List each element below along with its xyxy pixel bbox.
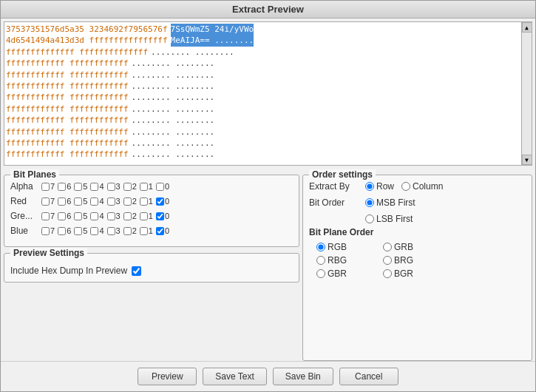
red-bit-3-check[interactable]: [107, 197, 115, 206]
preview-line: ffffffffffff ffffffffffff ........ .....…: [6, 149, 518, 160]
plane-rbg-radio[interactable]: [316, 256, 325, 265]
red-bit-6: 6: [58, 197, 71, 206]
red-bit-1-check[interactable]: [140, 197, 148, 206]
plane-rgb-option: RGB: [316, 242, 376, 252]
plane-bgr-radio[interactable]: [383, 269, 392, 278]
alpha-bit-1-check[interactable]: [140, 183, 148, 191]
extract-by-column-option: Column: [401, 181, 443, 192]
hex-part: 37537351576d5a35 3234692f7956576f: [6, 24, 168, 35]
cancel-button[interactable]: Cancel: [339, 368, 398, 385]
hex-part: ffffffffffff ffffffffffff: [6, 138, 129, 149]
ascii-part: MeAIJA== ........: [171, 35, 254, 46]
green-bit-7-check[interactable]: [41, 212, 50, 220]
bit-order-msb-radio[interactable]: [365, 198, 374, 207]
green-bit-3-check[interactable]: [107, 212, 115, 220]
blue-bit-1: 1: [140, 226, 153, 235]
alpha-bit-4-check[interactable]: [90, 183, 98, 191]
preview-line: ffffffffffffff ffffffffffffff ........ .…: [6, 47, 518, 58]
extract-by-row-label: Row: [376, 181, 394, 192]
alpha-bit-5-check[interactable]: [74, 183, 82, 191]
red-bit-7-check[interactable]: [41, 197, 50, 206]
alpha-bit-3: 3: [107, 182, 121, 191]
red-checkboxes: 7 6 5 4 3 2 1 0: [41, 197, 169, 206]
green-bit-0: 0: [156, 212, 169, 220]
alpha-bit-7-check[interactable]: [41, 183, 50, 191]
bit-order-lsb-group: LSB First: [365, 214, 413, 224]
bit-order-lsb-option: LSB First: [365, 214, 413, 224]
scroll-track[interactable]: [522, 33, 532, 155]
hex-part: ffffffffffffff ffffffffffffff: [6, 47, 148, 58]
blue-bit-3-check[interactable]: [107, 227, 115, 235]
extract-by-column-radio[interactable]: [401, 182, 410, 191]
plane-rgb-radio[interactable]: [316, 243, 325, 251]
alpha-bit-2-check[interactable]: [123, 183, 132, 191]
blue-bit-1-check[interactable]: [140, 227, 148, 235]
blue-bit-6-check[interactable]: [58, 227, 66, 235]
alpha-bit-6-check[interactable]: [58, 183, 66, 191]
extract-preview-window: Extract Preview 37537351576d5a35 3234692…: [0, 0, 536, 392]
red-bit-4-check[interactable]: [90, 197, 98, 206]
alpha-row: Alpha 7 6 5 4 3 2 1 0: [10, 181, 293, 192]
main-content: Bit Planes Alpha 7 6 5 4 3 2 1 0: [1, 169, 535, 361]
plane-bgr-label: BGR: [394, 268, 413, 279]
red-bit-4: 4: [90, 197, 104, 206]
green-bit-4-check[interactable]: [90, 212, 98, 220]
blue-bit-3: 3: [107, 226, 121, 235]
ascii-part: ........ ........: [132, 126, 215, 138]
bit-order-lsb-row: LSB First: [309, 214, 526, 224]
blue-bit-2: 2: [123, 226, 137, 235]
blue-bit-5: 5: [74, 226, 87, 235]
red-bit-5-check[interactable]: [74, 197, 82, 206]
bit-order-msb-option: MSB First: [365, 197, 415, 208]
alpha-bit-2: 2: [123, 182, 137, 191]
bit-planes-title: Bit Planes: [10, 169, 59, 180]
plane-gbr-radio[interactable]: [316, 269, 325, 278]
blue-bit-7-check[interactable]: [41, 227, 50, 235]
green-bit-1-check[interactable]: [140, 212, 148, 220]
hex-part: ffffffffffff ffffffffffff: [6, 115, 129, 126]
green-label: Gre...: [10, 211, 40, 221]
alpha-bit-3-check[interactable]: [107, 183, 115, 191]
green-bit-6-check[interactable]: [58, 212, 66, 220]
preview-button[interactable]: Preview: [138, 368, 197, 385]
blue-bit-4-check[interactable]: [90, 227, 98, 235]
red-bit-6-check[interactable]: [58, 197, 66, 206]
alpha-bit-0-check[interactable]: [156, 183, 164, 191]
plane-bgr-option: BGR: [383, 268, 442, 279]
ascii-part: ........ ........: [132, 115, 215, 126]
save-text-button[interactable]: Save Text: [203, 368, 266, 385]
blue-row: Blue 7 6 5 4 3 2 1 0: [10, 226, 293, 236]
ascii-part: ........ ........: [132, 149, 215, 160]
green-bit-5-check[interactable]: [74, 212, 82, 220]
left-panel: Bit Planes Alpha 7 6 5 4 3 2 1 0: [4, 169, 299, 361]
blue-bit-2-check[interactable]: [123, 227, 132, 235]
green-bit-0-check[interactable]: [156, 212, 164, 220]
blue-bit-5-check[interactable]: [74, 227, 82, 235]
ascii-part: ........ ........: [132, 81, 215, 92]
extract-by-column-label: Column: [413, 181, 443, 192]
save-bin-button[interactable]: Save Bin: [273, 368, 333, 385]
scroll-up-arrow[interactable]: ▲: [522, 22, 532, 33]
green-bit-2-check[interactable]: [123, 212, 132, 220]
alpha-label: Alpha: [10, 181, 40, 192]
red-label: Red: [10, 196, 40, 206]
ascii-part: ........ ........: [151, 47, 234, 58]
red-bit-0-check[interactable]: [156, 197, 164, 206]
bit-order-lsb-radio[interactable]: [365, 214, 374, 223]
preview-scrollbar[interactable]: ▲ ▼: [521, 22, 532, 165]
blue-bit-7: 7: [41, 226, 55, 235]
green-checkboxes: 7 6 5 4 3 2 1 0: [41, 212, 169, 220]
hex-part: ffffffffffff ffffffffffff: [6, 81, 129, 92]
red-bit-2: 2: [123, 197, 137, 206]
plane-brg-radio[interactable]: [383, 256, 392, 265]
extract-by-row-radio[interactable]: [365, 182, 374, 191]
preview-line: ffffffffffff ffffffffffff ........ .....…: [6, 126, 518, 138]
include-hex-checkbox[interactable]: [132, 266, 141, 276]
hex-part: ffffffffffff ffffffffffff: [6, 149, 129, 160]
plane-grb-radio[interactable]: [383, 243, 392, 251]
scroll-down-arrow[interactable]: ▼: [522, 155, 532, 165]
red-bit-2-check[interactable]: [123, 197, 132, 206]
preview-content: 37537351576d5a35 3234692f7956576f 7SsQWm…: [4, 22, 532, 162]
ascii-part: ........ ........: [132, 58, 215, 69]
blue-bit-0-check[interactable]: [156, 227, 164, 235]
